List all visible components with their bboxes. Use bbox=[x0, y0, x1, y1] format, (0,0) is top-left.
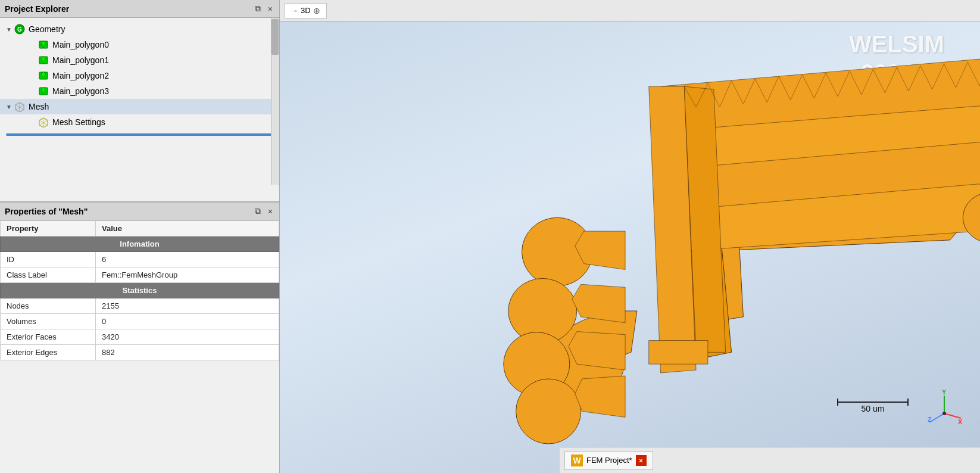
property-nodes-label: Nodes bbox=[1, 298, 96, 314]
project-explorer-restore-button[interactable]: ⧉ bbox=[253, 3, 263, 14]
svg-line-80 bbox=[944, 413, 961, 418]
property-exterior-faces-label: Exterior Faces bbox=[1, 329, 96, 345]
tree-scroll-area: ▼ G Geometry ▶ bbox=[0, 18, 279, 185]
tree-scrollbar-track[interactable] bbox=[271, 18, 279, 185]
property-row-exterior-faces: Exterior Faces 3420 bbox=[1, 329, 279, 345]
col-header-value: Value bbox=[96, 221, 279, 236]
property-id-label: ID bbox=[1, 252, 96, 267]
property-id-value: 6 bbox=[96, 252, 279, 267]
property-row-nodes: Nodes 2155 bbox=[1, 298, 279, 314]
mesh-icon bbox=[14, 101, 26, 113]
scale-bar-label: 50 um bbox=[862, 404, 885, 413]
view-tab-3d[interactable]: → 3D ⊕ bbox=[285, 3, 327, 18]
project-explorer: Project Explorer ⧉ × ▼ G Geom bbox=[0, 0, 279, 203]
scale-bar-line bbox=[837, 402, 909, 403]
tree-item-geometry[interactable]: ▼ G Geometry bbox=[0, 21, 279, 37]
mesh-settings-icon bbox=[38, 116, 49, 128]
tree-scrollbar-thumb[interactable] bbox=[271, 19, 279, 55]
tree-item-polygon0[interactable]: ▶ Main_polygon0 bbox=[0, 37, 279, 52]
tree-item-mesh-settings[interactable]: ▶ Mesh Settings bbox=[0, 114, 279, 130]
property-row-volumes: Volumes 0 bbox=[1, 314, 279, 329]
property-row-class-label: Class Label Fem::FemMeshGroup bbox=[1, 267, 279, 283]
tree-item-mesh[interactable]: ▼ Mesh bbox=[0, 99, 279, 114]
property-class-label-label: Class Label bbox=[1, 267, 96, 283]
svg-point-29 bbox=[516, 379, 581, 444]
view-tab-label: 3D bbox=[301, 6, 311, 15]
project-explorer-title: Project Explorer bbox=[5, 4, 69, 14]
section-header-statistics: Statistics bbox=[1, 283, 279, 298]
properties-panel: Properties of "Mesh" ⧉ × Property Value … bbox=[0, 203, 279, 473]
property-volumes-label: Volumes bbox=[1, 314, 96, 329]
polygon0-label: Main_polygon0 bbox=[52, 40, 109, 49]
tree-indicator-bar bbox=[6, 133, 273, 136]
mesh-group bbox=[504, 38, 980, 444]
svg-point-84 bbox=[942, 412, 946, 415]
svg-text:Z: Z bbox=[928, 416, 932, 423]
project-explorer-close-button[interactable]: × bbox=[266, 4, 274, 14]
polygon1-icon bbox=[38, 54, 49, 66]
polygon1-label: Main_polygon1 bbox=[52, 55, 109, 65]
viewport[interactable]: → 3D ⊕ WELSIM 2024R1 bbox=[280, 0, 980, 473]
polygon2-icon bbox=[38, 70, 49, 82]
properties-col-headers: Property Value bbox=[1, 221, 279, 236]
scale-bar: 50 um bbox=[837, 402, 909, 413]
project-explorer-header-icons: ⧉ × bbox=[253, 3, 274, 14]
view-tab-arrow-icon: → bbox=[291, 7, 298, 15]
tree-container: ▼ G Geometry ▶ bbox=[0, 18, 279, 139]
section-information-label: Infomation bbox=[1, 236, 279, 252]
property-row-exterior-edges: Exterior Edges 882 bbox=[1, 345, 279, 360]
mesh-settings-label: Mesh Settings bbox=[52, 117, 105, 127]
geometry-icon: G bbox=[14, 23, 26, 35]
property-exterior-faces-value: 3420 bbox=[96, 329, 279, 345]
svg-line-78 bbox=[929, 413, 944, 422]
geometry-label: Geometry bbox=[29, 24, 65, 34]
polygon3-label: Main_polygon3 bbox=[52, 86, 109, 96]
properties-panel-header: Properties of "Mesh" ⧉ × bbox=[0, 203, 279, 220]
svg-text:Y: Y bbox=[942, 390, 947, 396]
svg-text:X: X bbox=[958, 418, 962, 425]
chevron-geometry: ▼ bbox=[6, 26, 12, 33]
project-explorer-header: Project Explorer ⧉ × bbox=[0, 0, 279, 18]
properties-close-button[interactable]: × bbox=[266, 206, 274, 217]
properties-panel-header-icons: ⧉ × bbox=[253, 206, 274, 217]
property-nodes-value: 2155 bbox=[96, 298, 279, 314]
fem-project-tab[interactable]: W FEM Project* × bbox=[564, 451, 653, 470]
mesh-visualization bbox=[280, 21, 980, 447]
polygon2-label: Main_polygon2 bbox=[52, 71, 109, 80]
fem-tab-close-button[interactable]: × bbox=[636, 455, 647, 466]
tree-item-polygon2[interactable]: ▶ Main_polygon2 bbox=[0, 68, 279, 83]
col-header-property: Property bbox=[1, 221, 96, 236]
fem-tab-w-icon: W bbox=[571, 455, 583, 466]
properties-table: Property Value Infomation ID 6 Class Lab… bbox=[0, 220, 279, 360]
property-volumes-value: 0 bbox=[96, 314, 279, 329]
fem-tab-label: FEM Project* bbox=[586, 456, 632, 465]
section-header-information: Infomation bbox=[1, 236, 279, 252]
properties-panel-title: Properties of "Mesh" bbox=[5, 207, 88, 216]
chevron-mesh: ▼ bbox=[6, 104, 12, 110]
svg-text:G: G bbox=[17, 26, 22, 33]
view-tab-crosshair-icon: ⊕ bbox=[313, 6, 320, 15]
property-exterior-edges-label: Exterior Edges bbox=[1, 345, 96, 360]
mesh-label: Mesh bbox=[29, 102, 49, 111]
tree-item-polygon3[interactable]: ▶ Main_polygon3 bbox=[0, 83, 279, 99]
property-class-label-value: Fem::FemMeshGroup bbox=[96, 267, 279, 283]
section-statistics-label: Statistics bbox=[1, 283, 279, 298]
left-panel: Project Explorer ⧉ × ▼ G Geom bbox=[0, 0, 280, 473]
tree-item-polygon1[interactable]: ▶ Main_polygon1 bbox=[0, 52, 279, 68]
property-row-id: ID 6 bbox=[1, 252, 279, 267]
viewport-toolbar: → 3D ⊕ bbox=[280, 0, 980, 21]
axis-indicator: Z X Y bbox=[926, 390, 962, 425]
bottom-tabbar: W FEM Project* × bbox=[560, 447, 980, 473]
property-exterior-edges-value: 882 bbox=[96, 345, 279, 360]
polygon0-icon bbox=[38, 39, 49, 51]
properties-restore-button[interactable]: ⧉ bbox=[253, 206, 263, 217]
polygon3-icon bbox=[38, 85, 49, 97]
